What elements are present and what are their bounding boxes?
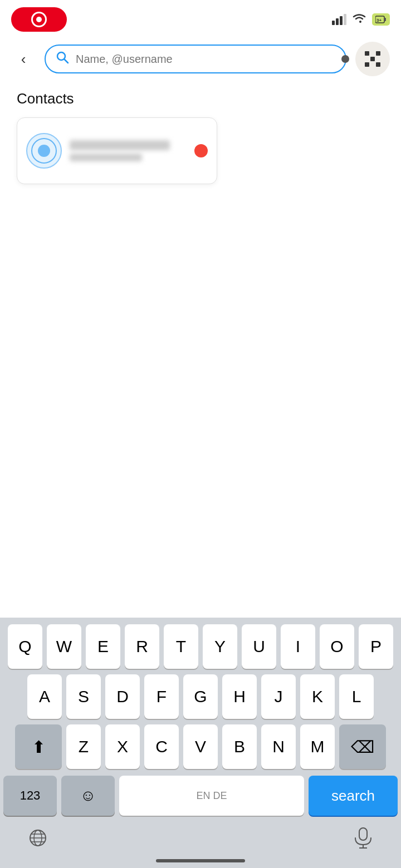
key-S[interactable]: S — [66, 674, 101, 719]
search-input[interactable] — [76, 53, 335, 66]
contact-username-blurred — [70, 154, 142, 161]
keyboard-globe-row — [0, 820, 401, 855]
avatar-center — [38, 145, 50, 157]
contact-name-blurred — [70, 140, 170, 150]
search-input-container[interactable] — [45, 45, 346, 73]
status-right: 3+ — [332, 13, 390, 27]
status-left — [11, 7, 67, 32]
svg-rect-2 — [384, 18, 386, 21]
home-indicator-row — [0, 855, 401, 868]
key-G[interactable]: G — [183, 674, 218, 719]
keyboard-rows: Q W E R T Y U I O P A S D F G H J K L ⬆ … — [0, 618, 401, 772]
key-E[interactable]: E — [86, 624, 120, 669]
svg-text:3+: 3+ — [376, 18, 382, 23]
key-O[interactable]: O — [320, 624, 354, 669]
signal-bar-2 — [336, 18, 339, 25]
spacebar-key[interactable]: EN DE — [119, 776, 304, 816]
mic-key[interactable] — [348, 823, 379, 852]
keyboard: Q W E R T Y U I O P A S D F G H J K L ⬆ … — [0, 618, 401, 868]
status-bar: 3+ — [0, 0, 401, 33]
key-F[interactable]: F — [144, 674, 179, 719]
shift-key[interactable]: ⬆ — [15, 724, 62, 769]
keyboard-row-2: A S D F G H J K L — [3, 674, 398, 719]
key-L[interactable]: L — [339, 674, 374, 719]
signal-bar-3 — [340, 16, 343, 25]
contacts-section: Contacts — [0, 85, 401, 195]
key-B[interactable]: B — [222, 724, 257, 769]
key-I[interactable]: I — [281, 624, 315, 669]
wifi-icon — [352, 13, 366, 27]
contact-info — [70, 140, 187, 161]
key-M[interactable]: M — [300, 724, 335, 769]
key-C[interactable]: C — [144, 724, 179, 769]
cursor-indicator — [341, 55, 349, 63]
key-V[interactable]: V — [183, 724, 218, 769]
signal-bar-1 — [332, 21, 335, 25]
app-logo-circle — [31, 12, 47, 27]
key-R[interactable]: R — [125, 624, 159, 669]
key-U[interactable]: U — [242, 624, 276, 669]
contacts-label: Contacts — [17, 90, 384, 107]
qr-button[interactable] — [355, 42, 390, 76]
emoji-key[interactable]: ☺ — [61, 776, 115, 816]
contact-card[interactable] — [17, 117, 217, 184]
search-row: ‹ — [0, 33, 401, 85]
signal-bar-4 — [344, 14, 346, 25]
app-logo-inner — [36, 17, 42, 22]
search-key-label: search — [331, 787, 375, 805]
numbers-key[interactable]: 123 — [3, 776, 57, 816]
svg-rect-11 — [359, 828, 367, 840]
key-Q[interactable]: Q — [8, 624, 42, 669]
key-P[interactable]: P — [359, 624, 393, 669]
spacebar-label: EN DE — [196, 790, 227, 802]
key-X[interactable]: X — [105, 724, 140, 769]
signal-icon — [332, 14, 346, 25]
key-H[interactable]: H — [222, 674, 257, 719]
keyboard-row-3: ⬆ Z X C V B N M ⌫ — [3, 724, 398, 769]
key-Z[interactable]: Z — [66, 724, 101, 769]
key-D[interactable]: D — [105, 674, 140, 719]
avatar-inner-ring — [31, 138, 57, 164]
svg-line-5 — [65, 60, 69, 63]
key-J[interactable]: J — [261, 674, 296, 719]
battery-icon: 3+ — [372, 13, 390, 26]
back-arrow-icon: ‹ — [21, 51, 26, 68]
app-logo — [11, 7, 67, 32]
globe-key[interactable] — [22, 823, 53, 852]
keyboard-bottom-row: 123 ☺ EN DE search — [0, 772, 401, 820]
key-A[interactable]: A — [27, 674, 62, 719]
qr-grid-icon — [365, 51, 380, 67]
contact-avatar — [26, 133, 62, 169]
key-W[interactable]: W — [47, 624, 81, 669]
key-T[interactable]: T — [164, 624, 198, 669]
key-N[interactable]: N — [261, 724, 296, 769]
home-indicator — [156, 859, 245, 862]
keyboard-row-1: Q W E R T Y U I O P — [3, 624, 398, 669]
search-icon — [56, 51, 69, 67]
key-Y[interactable]: Y — [203, 624, 237, 669]
back-button[interactable]: ‹ — [11, 47, 36, 71]
search-key[interactable]: search — [309, 776, 398, 816]
contact-badge — [194, 144, 208, 157]
key-K[interactable]: K — [300, 674, 335, 719]
backspace-key[interactable]: ⌫ — [339, 724, 386, 769]
